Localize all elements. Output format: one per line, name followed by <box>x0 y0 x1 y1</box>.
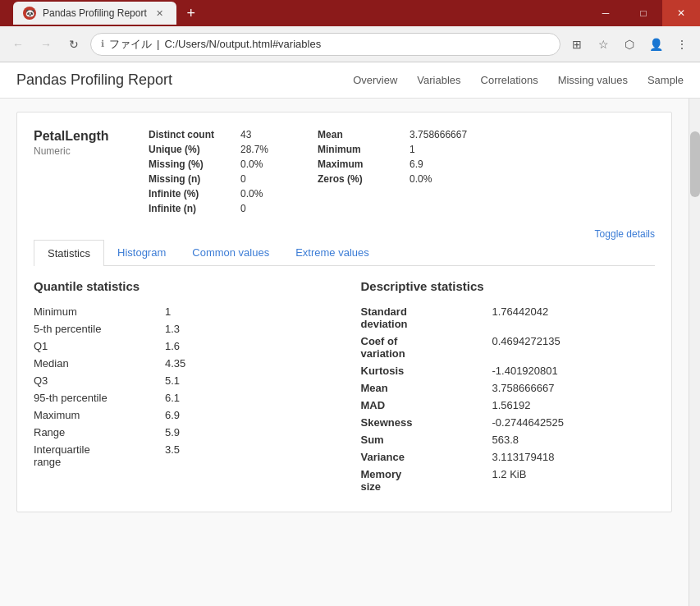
ds-label: Mean <box>361 382 492 394</box>
app-header: Pandas Profiling Report Overview Variabl… <box>0 62 700 99</box>
close-button[interactable]: ✕ <box>662 0 700 26</box>
qs-label: Range <box>34 426 165 438</box>
nav-sample[interactable]: Sample <box>647 74 684 86</box>
nav-missing-values[interactable]: Missing values <box>558 74 628 86</box>
url-prefix: ファイル <box>109 37 152 52</box>
stat-value: 1 <box>409 144 415 155</box>
qs-q3: Q3 5.1 <box>34 372 328 389</box>
stat-label: Distinct count <box>149 129 231 140</box>
ds-value: 563.8 <box>492 434 519 446</box>
menu-icon[interactable]: ⋮ <box>670 33 693 56</box>
ds-value: -0.2744642525 <box>492 416 564 429</box>
ds-value: 1.76442042 <box>492 305 549 318</box>
stat-value: 3.758666667 <box>409 129 467 140</box>
scrollbar-track[interactable] <box>689 99 700 606</box>
stat-distinct-count: Distinct count 43 <box>149 129 268 140</box>
tabs-row: Statistics Histogram Common values Extre… <box>34 240 655 266</box>
browser-tab[interactable]: 🐼 Pandas Profiling Report ✕ <box>13 2 176 25</box>
ds-memory: Memorysize 1.2 KiB <box>361 466 656 495</box>
toggle-details: Toggle details <box>34 227 655 240</box>
translate-icon[interactable]: ⊞ <box>565 33 588 56</box>
nav-links: Overview Variables Correlations Missing … <box>353 74 684 86</box>
descriptive-stats-title: Descriptive statistics <box>361 279 656 293</box>
qs-value: 6.1 <box>165 392 180 404</box>
bookmark-icon[interactable]: ☆ <box>592 33 615 56</box>
window-controls: ─ □ ✕ <box>587 0 700 26</box>
refresh-button[interactable]: ↻ <box>62 33 85 56</box>
qs-value: 3.5 <box>165 443 180 456</box>
ds-value: -1.401920801 <box>492 365 558 377</box>
info-icon: ℹ <box>101 39 104 49</box>
nav-overview[interactable]: Overview <box>353 74 397 86</box>
tab-close-btn[interactable]: ✕ <box>153 7 167 20</box>
stat-label: Zeros (%) <box>318 173 400 185</box>
ds-label: Skewness <box>361 416 492 429</box>
qs-maximum: Maximum 6.9 <box>34 406 328 424</box>
stat-label: Mean <box>318 129 400 140</box>
tab-histogram[interactable]: Histogram <box>104 240 179 266</box>
stat-infinite-pct: Infinite (%) 0.0% <box>149 188 268 200</box>
title-bar: 🐼 Pandas Profiling Report ✕ + ─ □ ✕ <box>0 0 700 26</box>
stat-mean: Mean 3.758666667 <box>318 129 467 140</box>
nav-variables[interactable]: Variables <box>417 74 460 86</box>
tab-favicon: 🐼 <box>23 7 36 20</box>
stats-grid: Distinct count 43 Unique (%) 28.7% Missi… <box>149 129 655 214</box>
back-button[interactable]: ← <box>7 33 30 56</box>
qs-q1: Q1 1.6 <box>34 337 328 355</box>
qs-value: 1 <box>165 305 171 318</box>
qs-label: Minimum <box>34 305 165 318</box>
ds-sum: Sum 563.8 <box>361 431 656 448</box>
toggle-details-link[interactable]: Toggle details <box>595 228 655 240</box>
app-title: Pandas Profiling Report <box>16 71 172 89</box>
tab-extreme-values[interactable]: Extreme values <box>282 240 382 266</box>
ds-value: 3.758666667 <box>492 382 555 394</box>
account-icon[interactable]: 👤 <box>644 33 667 56</box>
ds-cov: Coef ofvariation 0.4694272135 <box>361 333 656 362</box>
qs-5th: 5-th percentile 1.3 <box>34 320 328 337</box>
stat-value: 0.0% <box>240 158 263 170</box>
variable-header: PetalLength Numeric Distinct count 43 Un… <box>34 129 655 214</box>
ds-label: Variance <box>361 451 492 463</box>
maximize-button[interactable]: □ <box>625 0 662 26</box>
ds-variance: Variance 3.113179418 <box>361 448 656 466</box>
stat-minimum: Minimum 1 <box>318 144 467 155</box>
ds-std: Standarddeviation 1.76442042 <box>361 303 656 333</box>
quantile-statistics-section: Quantile statistics Minimum 1 5-th perce… <box>34 279 328 495</box>
minimize-button[interactable]: ─ <box>587 0 625 26</box>
stat-label: Missing (n) <box>149 173 231 185</box>
main-container: PetalLength Numeric Distinct count 43 Un… <box>0 99 700 606</box>
url-bar[interactable]: ℹ ファイル | C:/Users/N/output.html#variable… <box>90 33 560 56</box>
stat-label: Unique (%) <box>149 144 231 155</box>
ds-label: Standarddeviation <box>361 305 492 330</box>
variable-card: PetalLength Numeric Distinct count 43 Un… <box>16 112 672 512</box>
ds-kurtosis: Kurtosis -1.401920801 <box>361 362 656 379</box>
stat-value: 43 <box>240 129 251 140</box>
pdf-icon[interactable]: ⬡ <box>618 33 641 56</box>
tab-statistics[interactable]: Statistics <box>34 240 104 266</box>
url-text: C:/Users/N/output.html#variables <box>164 38 321 50</box>
stat-value: 28.7% <box>240 144 268 155</box>
qs-label: Q3 <box>34 374 165 387</box>
tab-common-values[interactable]: Common values <box>179 240 282 266</box>
stat-value: 0 <box>240 203 246 214</box>
ds-skewness: Skewness -0.2744642525 <box>361 414 656 431</box>
qs-value: 6.9 <box>165 409 180 421</box>
stat-label: Maximum <box>318 158 400 170</box>
stat-value: 6.9 <box>409 158 423 170</box>
stat-missing-n: Missing (n) 0 <box>149 173 268 185</box>
scrollbar-thumb[interactable] <box>690 131 700 197</box>
stat-label: Infinite (n) <box>149 203 231 214</box>
qs-label: 95-th percentile <box>34 392 165 404</box>
ds-value: 1.2 KiB <box>492 468 527 480</box>
nav-correlations[interactable]: Correlations <box>481 74 538 86</box>
stat-infinite-n: Infinite (n) 0 <box>149 203 268 214</box>
new-tab-button[interactable]: + <box>180 2 203 25</box>
stats-col-right: Mean 3.758666667 Minimum 1 Maximum 6.9 <box>318 129 467 214</box>
stat-unique: Unique (%) 28.7% <box>149 144 268 155</box>
stat-missing-pct: Missing (%) 0.0% <box>149 158 268 170</box>
descriptive-statistics-section: Descriptive statistics Standarddeviation… <box>361 279 656 495</box>
ds-value: 0.4694272135 <box>492 335 560 347</box>
qs-range: Range 5.9 <box>34 424 328 441</box>
qs-value: 5.9 <box>165 426 180 438</box>
forward-button[interactable]: → <box>34 33 57 56</box>
